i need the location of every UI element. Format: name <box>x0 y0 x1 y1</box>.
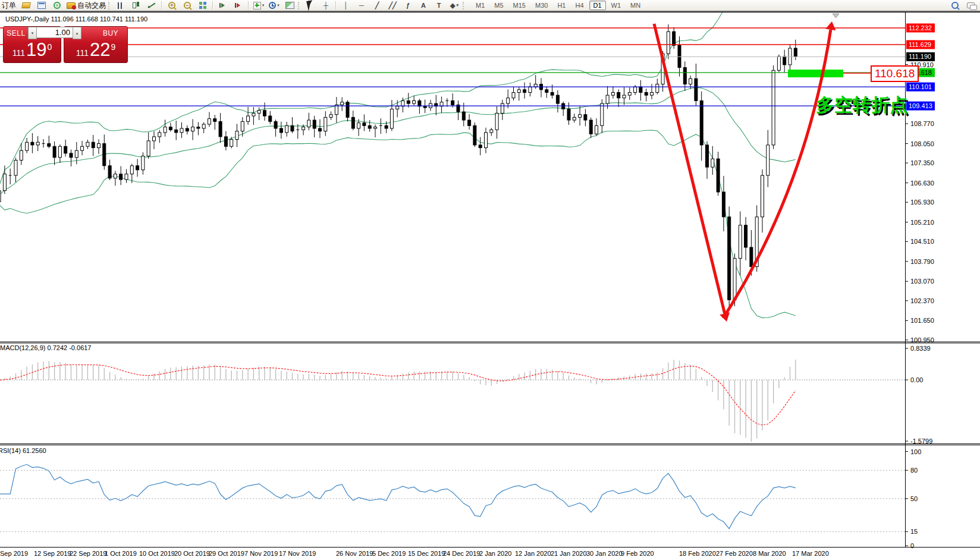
price-level-flag[interactable]: 110.618 <box>871 65 919 82</box>
candle <box>213 119 216 122</box>
candle <box>164 127 167 133</box>
vertical-line-icon[interactable]: │ <box>338 0 354 11</box>
line-chart-icon[interactable] <box>144 0 159 11</box>
new-order-icon[interactable] <box>18 0 34 11</box>
toolbar-handle[interactable] <box>463 2 466 10</box>
new-chart-icon[interactable]: ▾ <box>251 0 266 11</box>
crosshair-icon[interactable]: ┼ <box>318 0 334 11</box>
candle <box>147 141 150 156</box>
auto-scroll-icon[interactable] <box>215 0 231 11</box>
candle <box>777 56 780 70</box>
horizontal-line-icon[interactable]: ─ <box>354 0 369 11</box>
tf-button-D1[interactable]: D1 <box>589 1 606 10</box>
candle <box>385 125 388 128</box>
auto-trading-button[interactable]: 自动交易 <box>65 0 108 11</box>
cursor-icon[interactable] <box>303 0 318 11</box>
candle <box>374 127 377 128</box>
orders-label[interactable]: 订单 <box>2 1 16 11</box>
date-tick: 17 Mar 2020 <box>792 550 829 557</box>
periods-icon[interactable]: ▾ <box>266 0 282 11</box>
candle <box>346 102 349 118</box>
candle <box>579 115 582 118</box>
date-tick: 9 Feb 2020 <box>621 550 654 557</box>
tf-button-M15[interactable]: M15 <box>509 1 530 10</box>
chart-window-icon[interactable] <box>34 0 49 11</box>
date-tick: 18 Feb 2020 <box>679 550 716 557</box>
tf-button-MN[interactable]: MN <box>626 1 645 10</box>
zoom-out-icon[interactable] <box>180 0 195 11</box>
tile-windows-icon[interactable] <box>195 0 211 11</box>
macd-pane[interactable] <box>0 360 905 442</box>
candle <box>722 192 725 217</box>
date-tick: 30 Jan 2020 <box>586 550 623 557</box>
templates-icon[interactable] <box>282 0 297 11</box>
macd-signal-line <box>0 365 796 425</box>
turning-point-annotation[interactable]: 多空转折点 <box>816 93 908 118</box>
candle <box>761 175 764 217</box>
candle <box>274 121 277 128</box>
candle <box>473 125 476 145</box>
volume-increase-button[interactable]: ▲ <box>73 27 81 39</box>
candle <box>794 48 797 56</box>
candle <box>197 127 200 128</box>
toolbar-handle[interactable] <box>298 2 301 10</box>
tf-button-W1[interactable]: W1 <box>607 1 626 10</box>
object-anchor-marker[interactable] <box>833 14 839 18</box>
svg-text:0.8339: 0.8339 <box>910 345 931 352</box>
candle <box>108 166 111 178</box>
candle <box>507 98 510 103</box>
candle <box>490 130 493 133</box>
signals-icon[interactable] <box>49 0 65 11</box>
support-zone-bar[interactable] <box>788 70 843 77</box>
chart-shift-icon[interactable] <box>231 0 246 11</box>
tf-button-H4[interactable]: H4 <box>571 1 588 10</box>
chart-area[interactable]: 110.910108.770108.050107.350106.630105.9… <box>0 0 980 560</box>
down-arrow[interactable] <box>654 24 725 313</box>
candle <box>279 128 282 133</box>
candle <box>120 174 122 180</box>
price-axis[interactable]: 110.910108.770108.050107.350106.630105.9… <box>905 24 935 550</box>
candle <box>0 191 1 202</box>
svg-text:105.210: 105.210 <box>910 219 934 226</box>
date-tick: 24 Dec 2019 <box>443 550 480 557</box>
label-icon[interactable]: T <box>431 0 447 11</box>
svg-text:103.790: 103.790 <box>910 258 934 265</box>
volume-input[interactable] <box>37 27 73 38</box>
date-axis[interactable]: Sep 201912 Sep 201922 Sep 20191 Oct 2019… <box>0 550 829 557</box>
svg-text:111.190: 111.190 <box>909 53 931 60</box>
text-icon[interactable]: A <box>416 0 431 11</box>
svg-text:100: 100 <box>910 448 921 455</box>
svg-text:104.510: 104.510 <box>910 238 934 245</box>
shapes-icon[interactable]: ◆▾ <box>447 0 462 11</box>
bar-chart-icon[interactable] <box>113 0 128 11</box>
svg-text:110.101: 110.101 <box>909 83 932 90</box>
candle <box>351 117 354 128</box>
fibonacci-icon[interactable]: ƒ <box>400 0 416 11</box>
candle <box>64 146 67 153</box>
volume-decrease-button[interactable]: ▼ <box>28 27 37 39</box>
price-chart-pane[interactable] <box>0 0 905 322</box>
tf-button-H1[interactable]: H1 <box>553 1 570 10</box>
macd-histogram <box>0 360 796 442</box>
tf-button-M30[interactable]: M30 <box>531 1 552 10</box>
candle <box>601 103 604 125</box>
svg-text:102.370: 102.370 <box>910 297 934 304</box>
toolbar-handle[interactable] <box>108 2 111 10</box>
candle <box>728 217 731 300</box>
channel-icon[interactable]: ╱╱ <box>385 0 400 11</box>
candle <box>269 116 272 121</box>
chat-icon[interactable] <box>963 0 978 11</box>
trendline-icon[interactable]: ╱ <box>369 0 385 11</box>
rsi-pane[interactable] <box>0 464 905 531</box>
search-icon[interactable] <box>947 0 963 11</box>
bollinger-lower <box>0 130 796 317</box>
zoom-in-icon[interactable] <box>164 0 180 11</box>
candle <box>48 144 51 147</box>
candle <box>745 225 747 247</box>
candle-chart-icon[interactable] <box>128 0 144 11</box>
tf-button-M5[interactable]: M5 <box>490 1 507 10</box>
candle <box>706 145 709 167</box>
svg-text:0.00: 0.00 <box>910 376 923 383</box>
candle <box>125 174 128 180</box>
tf-button-M1[interactable]: M1 <box>472 1 489 10</box>
